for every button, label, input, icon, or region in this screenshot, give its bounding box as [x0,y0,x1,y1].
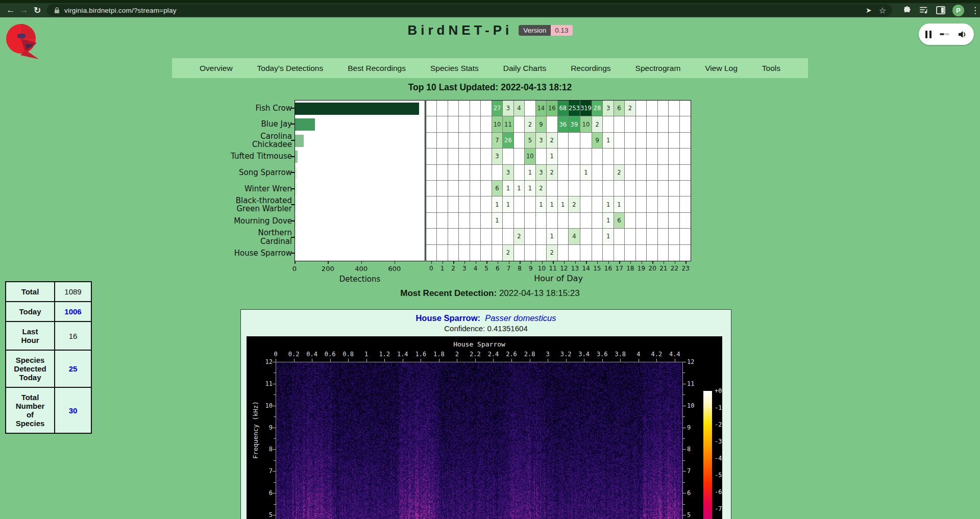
menu-item-daily-charts[interactable]: Daily Charts [503,64,546,73]
detections-bar [295,199,297,211]
heatmap-cell [680,149,691,164]
species-label: Black-throatedGreen Warbler [204,196,292,213]
spec-freq-minor-tick [274,416,276,417]
extensions-puzzle-icon[interactable] [902,6,912,15]
spec-freq-minor-tick [683,460,685,461]
spec-time-label: 3.8 [615,351,626,358]
heatmap-cell [514,116,525,132]
menu-item-overview[interactable]: Overview [200,64,233,73]
heatmap-cell [448,133,459,149]
species-label: Winter Wren [204,185,292,193]
heatmap-cell [636,213,647,229]
stats-label: Species Detected Today [6,350,55,387]
address-bar[interactable]: virginia.birdnetpi.com/?stream=play ➤ ☆ [47,4,892,16]
hour-axis-tick-label: 1 [440,265,445,272]
menu-item-tools[interactable]: Tools [762,64,780,73]
stats-value[interactable]: 30 [55,387,91,433]
hour-axis-tick [520,261,521,264]
hour-axis-tick [685,261,687,264]
spec-freq-tick [683,428,686,428]
heatmap-cell [525,101,535,116]
heatmap-cell: 1 [614,196,625,212]
heatmap-cell: 1 [603,133,614,149]
heatmap-cell [503,229,513,244]
menu-item-species-stats[interactable]: Species Stats [430,64,479,73]
media-controls-icon[interactable] [919,6,929,14]
hour-axis-tick [542,261,543,264]
heatmap-cell: 3 [503,165,513,181]
spec-time-label: 2 [455,351,459,358]
hour-axis-tick [608,261,609,264]
heatmap-cell [492,229,503,244]
detection-scientific-name: Passer domesticus [483,313,556,323]
spec-freq-minor-tick [274,482,276,483]
menu-item-best-recordings[interactable]: Best Recordings [348,64,406,73]
spec-time-label: 1.8 [433,351,445,358]
heatmap-cell: 6 [614,101,625,116]
heatmap-cell [625,133,635,149]
stats-value[interactable]: 1006 [55,302,91,322]
spec-freq-label: 5 [687,511,702,518]
stats-row: Today1006 [6,302,91,322]
send-icon[interactable]: ➤ [866,6,872,14]
bar-axis-tick-label: 0 [292,265,297,273]
heatmap-cell [481,149,492,164]
heatmap-cell: 2 [514,229,525,244]
detection-common-name[interactable]: House Sparrow: [415,313,480,323]
heatmap-cell [680,116,691,132]
spec-time-tick [330,359,331,362]
heatmap-cell [426,149,437,164]
forward-icon[interactable]: → [17,5,31,15]
heatmap-cell [470,181,481,196]
heatmap-cell: 28 [592,101,603,116]
heatmap-cell [448,116,459,132]
heatmap-cell [669,133,679,149]
heatmap-cell: 4 [569,229,580,244]
hour-axis-tick-label: 19 [638,265,645,272]
heatmap-cell: 1 [558,196,569,212]
heatmap-cell [636,149,647,164]
hour-axis-tick-label: 16 [604,265,612,272]
menu-item-recordings[interactable]: Recordings [571,64,610,73]
menu-item-spectrogram[interactable]: Spectrogram [635,64,681,73]
hour-axis-tick [619,261,620,264]
hour-axis-tick [575,261,576,264]
heatmap-cell [569,133,580,149]
spec-freq-minor-tick [274,460,276,461]
heatmap-cell [492,165,503,181]
url-text[interactable]: virginia.birdnetpi.com/?stream=play [64,7,177,14]
menu-item-today-s-detections[interactable]: Today's Detections [257,64,324,73]
spec-freq-tick [273,384,276,384]
reload-icon[interactable]: ↻ [31,5,44,16]
heatmap-cell: 6 [492,181,503,196]
hour-axis-tick-label: 15 [593,265,601,272]
heatmap-cell [647,116,657,132]
spec-time-tick [530,359,530,362]
menu-item-view-log[interactable]: View Log [705,64,737,73]
heatmap-cell [669,101,679,116]
back-icon[interactable]: ← [4,5,17,15]
heatmap-cell: 16 [547,101,557,116]
heatmap-cell: 1 [603,196,614,212]
profile-avatar[interactable]: P [952,5,964,16]
heatmap-cell [481,229,492,244]
side-panel-icon[interactable] [936,6,946,14]
species-label: CarolinaChickadee [204,132,292,149]
stats-value[interactable]: 25 [55,350,91,387]
heatmap-cell: 1 [525,165,535,181]
detections-bar [295,183,297,195]
heatmap-cell [669,165,679,181]
heatmap-cell [459,213,470,229]
heatmap-cell [636,116,647,132]
spec-freq-label: 5 [257,511,273,518]
heatmap-cell: 10 [525,149,535,164]
heatmap-cell [448,101,459,116]
heatmap-cell: 1 [603,213,614,229]
heatmap-cell [558,133,569,149]
kebab-menu-icon[interactable]: ⋮ [971,5,977,16]
bookmark-star-icon[interactable]: ☆ [879,6,886,15]
spec-time-tick [493,359,494,362]
detections-bar [295,103,419,115]
heatmap-cell [459,133,470,149]
heatmap-cell: 10 [492,116,503,132]
